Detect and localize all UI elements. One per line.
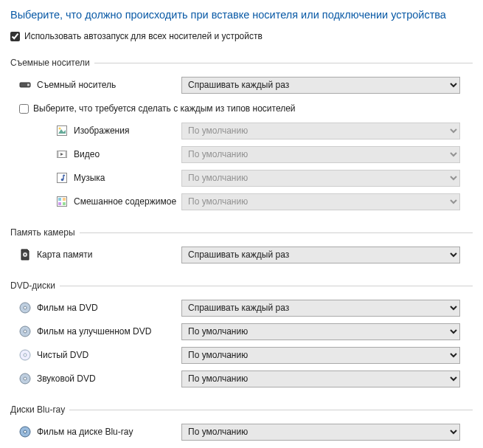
per-type-checkbox[interactable] xyxy=(19,104,29,114)
svg-rect-6 xyxy=(58,151,59,158)
section-bluray-title: Диски Blu-ray xyxy=(10,404,65,415)
svg-point-4 xyxy=(59,128,61,130)
bluray-movie-label: Фильм на диске Blu-ray xyxy=(37,427,133,437)
dvd-blank-select[interactable]: По умолчанию xyxy=(181,347,460,364)
svg-point-10 xyxy=(61,179,64,182)
divider xyxy=(69,410,473,410)
dvd-audio-label: Звуковой DVD xyxy=(37,373,96,384)
section-bluray: Диски Blu-ray Фильм на диске Blu-ray По … xyxy=(10,404,473,441)
svg-point-21 xyxy=(24,330,27,333)
dvd-movie-icon xyxy=(19,302,31,314)
music-label: Музыка xyxy=(74,173,105,183)
video-select: По умолчанию xyxy=(181,146,460,163)
memory-card-select[interactable]: Спрашивать каждый раз xyxy=(181,247,460,263)
dvd-audio-select[interactable]: По умолчанию xyxy=(181,371,460,387)
section-camera: Память камеры Карта памяти Спрашивать ка… xyxy=(10,227,473,264)
autoplay-all-checkbox[interactable] xyxy=(10,32,20,41)
mixed-label: Смешанное содержимое xyxy=(74,196,176,207)
images-icon xyxy=(56,125,68,137)
music-icon xyxy=(56,172,68,184)
music-select: По умолчанию xyxy=(181,170,460,187)
bluray-movie-select[interactable]: По умолчанию xyxy=(181,424,460,441)
dvd-enhanced-select[interactable]: По умолчанию xyxy=(181,323,460,340)
memory-card-label: Карта памяти xyxy=(37,249,93,260)
dvd-enhanced-label: Фильм на улучшенном DVD xyxy=(37,326,151,337)
svg-rect-15 xyxy=(63,202,66,205)
svg-rect-13 xyxy=(63,198,66,201)
bluray-movie-icon xyxy=(19,426,31,438)
section-dvd: DVD-диски Фильм на DVD Спрашивать каждый… xyxy=(10,280,473,388)
page-title: Выберите, что должно происходить при вст… xyxy=(10,9,473,21)
images-select: По умолчанию xyxy=(181,123,460,139)
dvd-movie-label: Фильм на DVD xyxy=(37,303,98,313)
autoplay-all-row: Использовать автозапуск для всех носител… xyxy=(10,31,473,41)
section-removable-title: Съемные носители xyxy=(10,58,90,68)
per-type-label: Выберите, что требуется сделать с каждым… xyxy=(33,103,296,114)
removable-drive-icon xyxy=(19,79,31,91)
svg-point-17 xyxy=(24,254,26,255)
dvd-audio-icon xyxy=(19,373,31,385)
svg-rect-9 xyxy=(58,173,67,183)
dvd-blank-icon xyxy=(19,349,31,361)
video-icon xyxy=(56,148,68,160)
section-dvd-title: DVD-диски xyxy=(10,280,55,291)
divider xyxy=(80,232,473,233)
divider xyxy=(60,286,473,286)
dvd-enhanced-icon xyxy=(19,325,31,337)
dvd-movie-select[interactable]: Спрашивать каждый раз xyxy=(181,300,460,317)
images-label: Изображения xyxy=(74,125,129,136)
removable-drive-label: Съемный носитель xyxy=(37,80,116,90)
svg-point-27 xyxy=(24,430,27,433)
svg-rect-12 xyxy=(58,198,61,201)
svg-rect-14 xyxy=(58,202,61,205)
section-camera-title: Память камеры xyxy=(10,227,75,238)
mixed-icon xyxy=(56,196,68,207)
dvd-blank-label: Чистый DVD xyxy=(37,350,88,360)
mixed-select: По умолчанию xyxy=(181,193,460,210)
removable-drive-select[interactable]: Спрашивать каждый раз xyxy=(181,77,460,94)
svg-rect-1 xyxy=(27,84,29,86)
svg-point-23 xyxy=(24,354,27,356)
divider xyxy=(94,63,473,63)
section-removable: Съемные носители Съемный носитель Спраши… xyxy=(10,58,473,211)
svg-point-19 xyxy=(24,306,27,309)
video-label: Видео xyxy=(74,149,100,159)
autoplay-all-label: Использовать автозапуск для всех носител… xyxy=(24,31,263,41)
svg-point-25 xyxy=(24,377,27,380)
svg-rect-7 xyxy=(66,151,67,158)
memory-card-icon xyxy=(19,249,31,261)
